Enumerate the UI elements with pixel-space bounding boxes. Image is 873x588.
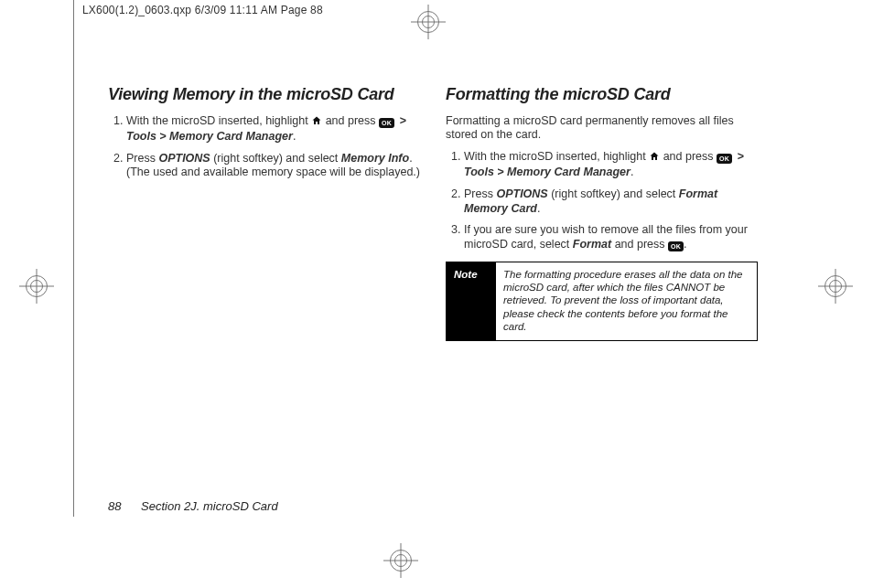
step-text: . <box>684 238 686 251</box>
step-text: Press <box>126 152 158 165</box>
right-steps: With the microSD inserted, highlight and… <box>446 150 758 252</box>
menu-path: Tools > Memory Card Manager <box>464 166 630 178</box>
chevron-right-icon: > <box>398 114 408 127</box>
step-text: Press <box>464 187 496 200</box>
chevron-right-icon: > <box>736 150 746 163</box>
menu-path: Tools > Memory Card Manager <box>126 130 293 143</box>
menu-ok-icon: OK <box>668 241 684 251</box>
step-text: . <box>630 166 633 178</box>
step-text: (right softkey) and select <box>548 187 679 200</box>
registration-mark-icon <box>389 549 413 572</box>
list-item: With the microSD inserted, highlight and… <box>464 150 758 180</box>
note-label: Note <box>447 262 496 341</box>
page: LX600(1.2)_0603.qxp 6/3/09 11:11 AM Page… <box>0 0 873 588</box>
heading-formatting: Formatting the microSD Card <box>446 84 758 105</box>
list-item: Press OPTIONS (right softkey) and select… <box>126 152 420 180</box>
registration-mark-icon <box>25 274 48 298</box>
list-item: With the microSD inserted, highlight and… <box>126 114 420 144</box>
list-item: If you are sure you wish to remove all t… <box>464 223 758 251</box>
home-icon <box>649 151 660 166</box>
menu-ok-icon: OK <box>717 154 732 164</box>
registration-mark-icon <box>416 10 440 34</box>
menu-selection: Format <box>573 238 611 251</box>
registration-mark-icon <box>824 274 847 298</box>
left-column: Viewing Memory in the microSD Card With … <box>108 84 420 341</box>
step-text: and press <box>326 114 379 127</box>
step-text: (right softkey) and select <box>210 152 341 165</box>
header-slug: LX600(1.2)_0603.qxp 6/3/09 11:11 AM Page… <box>82 4 323 16</box>
page-number: 88 <box>108 499 121 513</box>
list-item: Press OPTIONS (right softkey) and select… <box>464 187 758 216</box>
crop-guide-vertical <box>73 0 74 517</box>
menu-selection: Memory Info <box>341 152 409 165</box>
softkey-label: OPTIONS <box>496 187 547 200</box>
step-text: and press <box>663 150 717 163</box>
note-text: The formatting procedure erases all the … <box>496 262 757 341</box>
intro-text: Formatting a microSD card permanently re… <box>446 114 758 143</box>
softkey-label: OPTIONS <box>158 152 210 165</box>
right-column: Formatting the microSD Card Formatting a… <box>446 84 758 341</box>
home-icon <box>311 115 322 131</box>
step-text: and press <box>611 238 668 251</box>
step-text: . <box>293 130 296 143</box>
section-title: Section 2J. microSD Card <box>141 499 278 513</box>
left-steps: With the microSD inserted, highlight and… <box>108 114 420 181</box>
step-text: With the microSD inserted, highlight <box>464 150 649 163</box>
content-columns: Viewing Memory in the microSD Card With … <box>108 84 758 341</box>
note-box: Note The formatting procedure erases all… <box>446 262 758 342</box>
menu-ok-icon: OK <box>379 118 394 128</box>
page-footer: 88 Section 2J. microSD Card <box>108 499 278 513</box>
step-text: With the microSD inserted, highlight <box>126 114 311 127</box>
step-text: . <box>537 202 540 215</box>
heading-viewing-memory: Viewing Memory in the microSD Card <box>108 84 420 105</box>
